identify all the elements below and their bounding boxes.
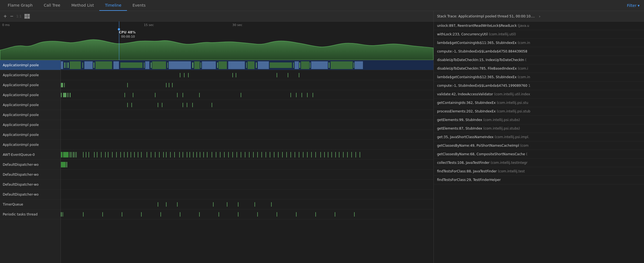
thread-row[interactable]: DefaultDispatcher-wo xyxy=(0,180,61,190)
track-row-10[interactable] xyxy=(61,160,433,170)
track-row-13[interactable] xyxy=(61,190,433,199)
svg-rect-166 xyxy=(63,212,63,217)
thread-row[interactable]: DefaultDispatcher-wo xyxy=(0,170,61,180)
svg-rect-24 xyxy=(246,62,247,68)
chart-area[interactable]: 0 ms 15 sec 30 sec CPU 48% 00:00:10 xyxy=(0,22,433,60)
track-svg-14 xyxy=(61,199,433,209)
svg-rect-41 xyxy=(188,73,189,77)
svg-rect-125 xyxy=(241,152,241,157)
track-row-4[interactable] xyxy=(61,100,433,110)
svg-rect-15 xyxy=(167,62,168,68)
stack-trace-header[interactable]: Stack Trace: ApplicationImpl pooled thre… xyxy=(434,11,644,22)
svg-rect-63 xyxy=(241,93,241,97)
svg-rect-117 xyxy=(207,152,207,157)
svg-rect-122 xyxy=(228,152,229,157)
svg-rect-140 xyxy=(303,152,303,157)
svg-rect-92 xyxy=(112,152,113,157)
svg-rect-94 xyxy=(120,152,121,157)
svg-rect-23 xyxy=(228,61,245,69)
svg-rect-116 xyxy=(203,152,204,157)
thread-row[interactable]: ApplicationImpl poole xyxy=(0,110,61,120)
svg-rect-35 xyxy=(329,62,329,68)
svg-rect-42 xyxy=(232,73,233,77)
svg-rect-124 xyxy=(237,152,237,157)
svg-rect-19 xyxy=(201,62,201,68)
svg-rect-145 xyxy=(324,152,325,157)
svg-rect-132 xyxy=(270,152,270,157)
track-row-14[interactable] xyxy=(61,199,433,209)
zoom-out-button[interactable]: − xyxy=(10,14,13,19)
track-svg-1 xyxy=(61,70,433,80)
track-row-0[interactable] xyxy=(61,60,433,70)
svg-rect-7 xyxy=(94,62,94,68)
svg-rect-14 xyxy=(152,61,166,69)
track-row-3[interactable] xyxy=(61,90,433,100)
thread-row[interactable]: ApplicationImpl poole xyxy=(0,90,61,100)
stack-item-2: lambda$getContainingIds$11:365, StubInde… xyxy=(434,39,644,47)
grid-view-button[interactable] xyxy=(24,14,30,19)
track-row-5[interactable] xyxy=(61,110,433,120)
stack-item-6: lambda$getContainingIds$12:365, StubInde… xyxy=(434,73,644,81)
svg-rect-78 xyxy=(63,152,69,157)
track-row-1[interactable] xyxy=(61,70,433,80)
svg-rect-88 xyxy=(97,152,97,157)
svg-rect-17 xyxy=(192,62,193,68)
svg-rect-161 xyxy=(227,202,227,207)
svg-rect-134 xyxy=(278,152,279,157)
thread-row[interactable]: ApplicationImpl poole xyxy=(0,140,61,150)
svg-rect-108 xyxy=(174,152,175,157)
svg-rect-57 xyxy=(124,93,125,97)
svg-rect-171 xyxy=(160,212,161,217)
track-row-12[interactable] xyxy=(61,180,433,190)
svg-rect-83 xyxy=(76,152,77,157)
track-row-8[interactable] xyxy=(61,140,433,150)
tab-events[interactable]: Events xyxy=(127,0,151,11)
svg-rect-119 xyxy=(216,152,216,157)
track-row-15[interactable] xyxy=(61,209,433,219)
stack-item-3: compute:-1, StubIndexEx$$Lambda$4750.884… xyxy=(434,47,644,56)
thread-row[interactable]: ApplicationImpl poole xyxy=(0,120,61,130)
track-row-2[interactable] xyxy=(61,80,433,90)
svg-rect-120 xyxy=(220,152,220,157)
svg-rect-131 xyxy=(266,152,266,157)
tab-method-list[interactable]: Method List xyxy=(66,0,99,11)
thread-row-periodic-tasks[interactable]: Periodic tasks thread xyxy=(0,209,61,219)
filter-button[interactable]: Filter ▾ xyxy=(625,2,642,9)
thread-row[interactable]: DefaultDispatcher-wo xyxy=(0,190,61,199)
track-row-11[interactable] xyxy=(61,170,433,180)
track-row-9[interactable] xyxy=(61,150,433,160)
thread-row[interactable]: ApplicationImpl poole xyxy=(0,70,61,80)
thread-row[interactable]: ApplicationImpl poole xyxy=(0,100,61,110)
zoom-in-button[interactable]: + xyxy=(3,14,7,19)
thread-row[interactable]: AWT-EventQueue-0 xyxy=(0,150,61,160)
svg-rect-180 xyxy=(335,212,335,217)
thread-row[interactable]: DefaultDispatcher-wo xyxy=(0,160,61,170)
svg-rect-5 xyxy=(82,62,83,68)
svg-rect-158 xyxy=(166,202,167,207)
track-row-7[interactable] xyxy=(61,130,433,140)
thread-row[interactable]: ApplicationImpl poole xyxy=(0,80,61,90)
svg-rect-135 xyxy=(282,152,283,157)
tab-flame-graph[interactable]: Flame Graph xyxy=(2,0,38,11)
svg-rect-75 xyxy=(192,103,193,107)
svg-rect-59 xyxy=(155,93,155,97)
stack-item-11: getElements:99, StubIndex (com.intellij.… xyxy=(434,116,644,124)
svg-rect-133 xyxy=(274,152,274,157)
svg-rect-80 xyxy=(71,152,72,157)
zoom-level-label: 1:1 xyxy=(16,14,22,18)
svg-rect-90 xyxy=(105,152,106,157)
svg-rect-149 xyxy=(339,152,339,157)
time-cursor xyxy=(119,22,119,60)
tab-timeline[interactable]: Timeline xyxy=(99,0,127,11)
thread-row[interactable]: ApplicationImpl poole xyxy=(0,130,61,140)
track-row-6[interactable] xyxy=(61,120,433,130)
stack-trace-list[interactable]: unlock:897, ReentrantReadWriteLock$ReadL… xyxy=(434,22,644,263)
tab-call-tree[interactable]: Call Tree xyxy=(38,0,66,11)
stack-item-15: getClassesByName:68, CompositeShortNames… xyxy=(434,150,644,159)
svg-rect-101 xyxy=(147,152,147,157)
svg-rect-52 xyxy=(172,83,173,87)
svg-rect-118 xyxy=(212,152,212,157)
thread-row[interactable]: TimerQueue xyxy=(0,199,61,209)
svg-rect-165 xyxy=(61,212,62,217)
thread-row[interactable]: ApplicationImpl poole xyxy=(0,60,61,70)
